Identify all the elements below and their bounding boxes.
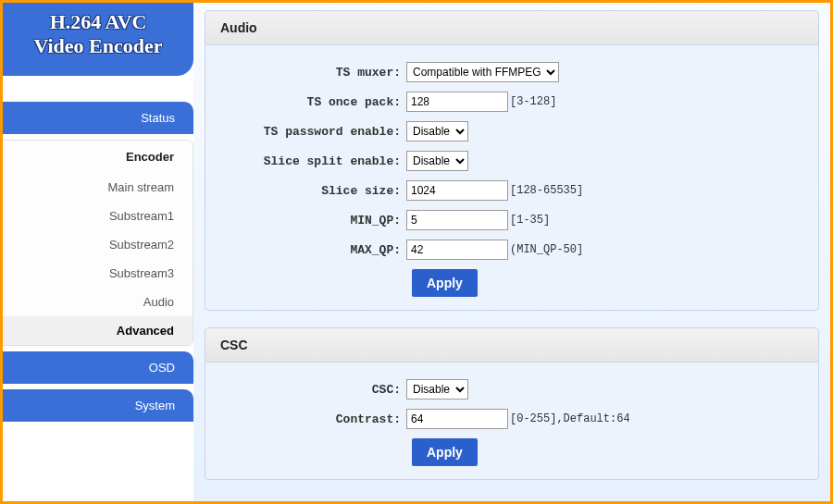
label-slice-split-enable: Slice split enable:	[217, 154, 406, 168]
row-max-qp: MAX_QP: (MIN_QP-50]	[217, 240, 807, 260]
label-contrast: Contrast:	[217, 412, 406, 426]
audio-panel-title: Audio	[205, 11, 818, 45]
input-max-qp[interactable]	[406, 240, 508, 260]
label-slice-size: Slice size:	[217, 184, 406, 198]
nav-status[interactable]: Status	[3, 102, 193, 134]
hint-slice-size: [128-65535]	[510, 184, 583, 197]
nav-substream1[interactable]: Substream1	[3, 202, 193, 230]
input-contrast[interactable]	[406, 409, 508, 429]
nav-main-stream[interactable]: Main stream	[3, 173, 193, 202]
nav-substream3[interactable]: Substream3	[3, 259, 193, 288]
hint-max-qp: (MIN_QP-50]	[510, 243, 583, 256]
csc-panel-body: CSC: Disable Contrast: [0-255],Default:6…	[205, 363, 818, 479]
audio-apply-button[interactable]: Apply	[412, 269, 478, 297]
nav-osd[interactable]: OSD	[3, 351, 193, 384]
label-csc: CSC:	[217, 383, 406, 397]
nav-substream2[interactable]: Substream2	[3, 230, 193, 259]
select-ts-muxer[interactable]: Compatible with FFMPEG	[406, 62, 559, 82]
select-csc[interactable]: Disable	[406, 379, 468, 400]
input-min-qp[interactable]	[406, 210, 508, 230]
row-slice-split-enable: Slice split enable: Disable	[217, 151, 807, 171]
nav: Status Encoder Main stream Substream1 Su…	[3, 102, 193, 422]
audio-panel: Audio TS muxer: Compatible with FFMPEG T…	[205, 10, 819, 311]
input-ts-once-pack[interactable]	[406, 92, 508, 112]
label-ts-once-pack: TS once pack:	[217, 95, 406, 109]
label-ts-password-enable: TS password enable:	[217, 125, 406, 139]
logo-line2: Video Encoder	[6, 34, 190, 58]
row-csc: CSC: Disable	[217, 379, 807, 400]
audio-panel-body: TS muxer: Compatible with FFMPEG TS once…	[205, 45, 818, 310]
row-min-qp: MIN_QP: [1-35]	[217, 210, 807, 230]
nav-advanced[interactable]: Advanced	[3, 316, 193, 345]
sidebar: H.264 AVC Video Encoder Status Encoder M…	[3, 3, 193, 501]
logo-line1: H.264 AVC	[6, 10, 190, 34]
select-slice-split-enable[interactable]: Disable	[406, 151, 468, 171]
row-slice-size: Slice size: [128-65535]	[217, 180, 807, 201]
input-slice-size[interactable]	[406, 180, 508, 201]
select-ts-password-enable[interactable]: Disable	[406, 121, 468, 141]
csc-apply-button[interactable]: Apply	[412, 438, 478, 466]
label-max-qp: MAX_QP:	[217, 243, 406, 257]
row-contrast: Contrast: [0-255],Default:64	[217, 409, 807, 429]
nav-system[interactable]: System	[3, 389, 193, 422]
row-ts-once-pack: TS once pack: [3-128]	[217, 92, 807, 112]
csc-panel: CSC CSC: Disable Contrast: [0-255],Defau…	[205, 327, 819, 480]
csc-panel-title: CSC	[205, 328, 818, 363]
hint-ts-once-pack: [3-128]	[510, 95, 556, 108]
logo: H.264 AVC Video Encoder	[3, 3, 193, 76]
hint-min-qp: [1-35]	[510, 214, 550, 227]
label-ts-muxer: TS muxer:	[217, 66, 406, 80]
nav-audio[interactable]: Audio	[3, 288, 193, 316]
nav-encoder-title: Encoder	[3, 141, 193, 173]
app-window: H.264 AVC Video Encoder Status Encoder M…	[0, 0, 833, 504]
label-min-qp: MIN_QP:	[217, 214, 406, 227]
row-ts-password-enable: TS password enable: Disable	[217, 121, 807, 141]
row-ts-muxer: TS muxer: Compatible with FFMPEG	[217, 62, 807, 82]
main-content: Audio TS muxer: Compatible with FFMPEG T…	[193, 3, 830, 501]
nav-encoder-section: Encoder Main stream Substream1 Substream…	[3, 140, 193, 346]
hint-contrast: [0-255],Default:64	[510, 412, 630, 425]
